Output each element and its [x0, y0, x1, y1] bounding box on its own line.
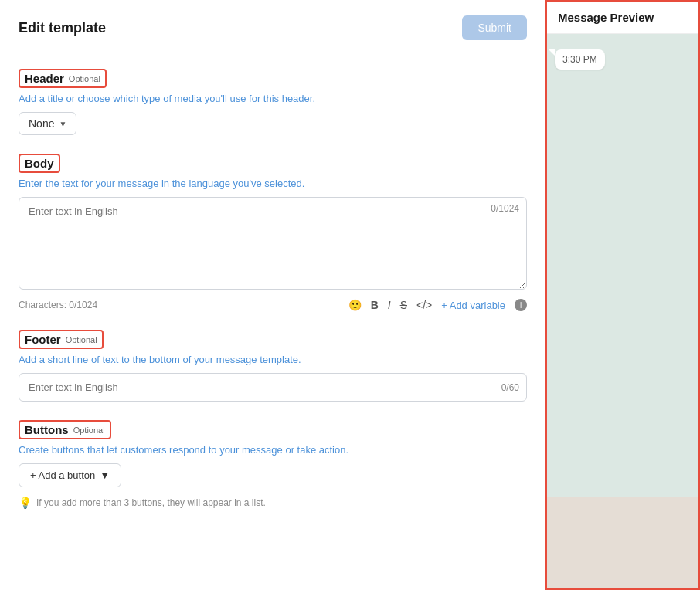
footer-description: Add a short line of text to the bottom o… [19, 354, 527, 365]
body-toolbar-right: 🙂 B I S </> + Add variable i [348, 299, 527, 311]
chevron-down-icon: ▼ [59, 120, 66, 128]
body-title: Body [25, 157, 54, 170]
buttons-label-row: Buttons Optional [19, 420, 527, 439]
footer-input-wrapper: 0/60 [19, 373, 527, 402]
header-title: Header [25, 72, 64, 85]
emoji-icon[interactable]: 🙂 [348, 299, 362, 311]
submit-button[interactable]: Submit [462, 15, 527, 40]
footer-section: Footer Optional Add a short line of text… [19, 330, 527, 402]
header-section: Header Optional Add a title or choose wh… [19, 69, 527, 135]
buttons-section-box: Buttons Optional [19, 420, 111, 439]
right-panel: Message Preview 3:30 PM [545, 0, 700, 590]
footer-section-box: Footer Optional [19, 330, 104, 349]
add-button-label: + Add a button [30, 470, 95, 481]
header-label-row: Header Optional [19, 69, 527, 88]
body-textarea[interactable] [19, 197, 527, 290]
body-chars-label: Characters: 0/1024 [19, 300, 97, 310]
preview-body: 3:30 PM [547, 34, 698, 497]
buttons-section: Buttons Optional Create buttons that let… [19, 420, 527, 509]
footer-title: Footer [25, 333, 61, 346]
body-description: Enter the text for your message in the l… [19, 178, 527, 189]
footer-optional: Optional [66, 335, 97, 344]
bulb-icon: 💡 [19, 497, 32, 509]
header-optional: Optional [69, 74, 100, 83]
chevron-down-icon-btn: ▼ [100, 470, 110, 481]
button-hint: 💡 If you add more than 3 buttons, they w… [19, 497, 527, 509]
preview-title: Message Preview [558, 11, 654, 24]
add-variable-button[interactable]: + Add variable [441, 300, 505, 311]
footer-input[interactable] [19, 373, 527, 402]
divider [19, 53, 527, 53]
strikethrough-icon[interactable]: S [400, 299, 407, 311]
button-hint-text: If you add more than 3 buttons, they wil… [36, 497, 266, 508]
body-section: Body Enter the text for your message in … [19, 154, 527, 311]
left-panel: Edit template Submit Header Optional Add… [0, 0, 545, 590]
header-description: Add a title or choose which type of medi… [19, 93, 527, 104]
preview-time: 3:30 PM [562, 54, 597, 65]
info-icon[interactable]: i [515, 299, 527, 311]
italic-icon[interactable]: I [388, 299, 391, 311]
body-section-box: Body [19, 154, 60, 173]
bold-icon[interactable]: B [371, 299, 379, 311]
body-toolbar: Characters: 0/1024 🙂 B I S </> + Add var… [19, 299, 527, 311]
add-button-button[interactable]: + Add a button ▼ [19, 463, 121, 487]
body-label-row: Body [19, 154, 527, 173]
header-section-box: Header Optional [19, 69, 107, 88]
page-title: Edit template [19, 20, 106, 36]
buttons-optional: Optional [73, 426, 105, 435]
buttons-title: Buttons [25, 423, 69, 436]
buttons-description: Create buttons that let customers respon… [19, 444, 527, 456]
preview-header: Message Preview [547, 2, 698, 34]
header-dropdown-value: None [29, 117, 54, 130]
body-textarea-wrapper: 0/1024 [19, 197, 527, 293]
footer-label-row: Footer Optional [19, 330, 527, 349]
footer-char-counter: 0/60 [501, 382, 519, 393]
page-header: Edit template Submit [19, 15, 527, 40]
preview-bubble: 3:30 PM [555, 49, 605, 70]
code-icon[interactable]: </> [416, 299, 432, 311]
header-type-dropdown[interactable]: None ▼ [19, 112, 76, 135]
